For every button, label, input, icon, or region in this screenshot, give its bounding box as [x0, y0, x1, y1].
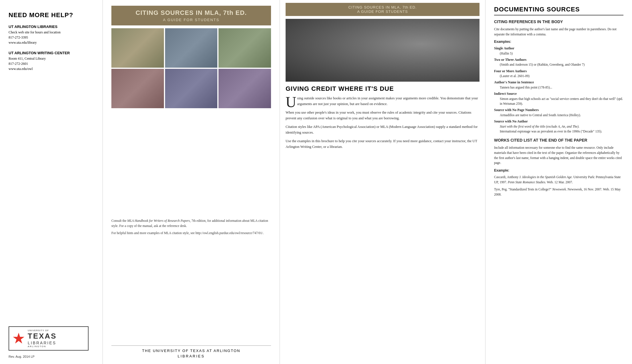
works-cited-desc: Include all information necessary for so…	[494, 145, 623, 166]
middle-text: Consult the MLA Handbook for Writers of …	[111, 218, 271, 238]
writing-url: www.uta.edu/owl	[9, 66, 94, 71]
photo-3	[218, 28, 271, 68]
university-logo: ★ UNIVERSITY OF TEXAS LIBRARIES ARLINGTO…	[9, 326, 89, 351]
logo-area: ★ UNIVERSITY OF TEXAS LIBRARIES ARLINGTO…	[9, 326, 94, 358]
citation-label-5: Indirect Source	[494, 91, 623, 96]
need-more-help-section: NEED MORE HELP? UT ARLINGTON LIBRARIES C…	[9, 11, 94, 77]
middle-panel: CITING SOURCES IN MLA, 7th ED. A GUIDE F…	[103, 0, 280, 364]
citation-name-in-sentence: Author's Name in Sentence Tannen has arg…	[494, 80, 623, 90]
citation-indirect-source: Indirect Source Simon argues that high s…	[494, 91, 623, 106]
cover-top: CITING SOURCES IN MLA, 7th ED. A GUIDE F…	[111, 6, 271, 111]
logo-text: UNIVERSITY OF TEXAS LIBRARIES ARLINGTON	[28, 329, 57, 348]
photo-4	[111, 69, 164, 108]
citation-example-1: (Hallin 5)	[494, 51, 623, 56]
footer-univ-name: THE UNIVERSITY OF TEXAS AT ARLINGTON	[111, 349, 271, 353]
writing-info: Room 411, Central Library	[9, 56, 94, 61]
center-para2: When you use other people's ideas in you…	[286, 110, 479, 121]
left-panel: NEED MORE HELP? UT ARLINGTON LIBRARIES C…	[0, 0, 103, 364]
cover-title: CITING SOURCES IN MLA, 7th ED.	[114, 9, 268, 17]
center-para4: Use the examples in this brochure to hel…	[286, 138, 479, 150]
citation-example-2: (Smith and Anderson 15) or (Rabkin, Gree…	[494, 62, 623, 67]
revision-line: Rev. Aug. 2014 LP	[9, 355, 35, 358]
cover-subtitle: A GUIDE FOR STUDENTS	[114, 18, 268, 22]
footer-libraries: LIBRARIES	[111, 354, 271, 358]
photo-6	[218, 69, 271, 108]
need-more-help-title: NEED MORE HELP?	[9, 11, 94, 19]
middle-para1: Consult the MLA Handbook for Writers of …	[111, 218, 271, 229]
works-cited-heading: WORKS CITED LIST AT THE END OF THE PAPER	[494, 137, 623, 144]
lib-name: UT ARLINGTON LIBRARIES	[9, 25, 94, 29]
lib-phone: 817-272-3395	[9, 35, 94, 40]
logo-arlington: ARLINGTON	[28, 345, 57, 348]
citation-label-4: Author's Name in Sentence	[494, 80, 623, 85]
logo-texas: TEXAS	[28, 332, 57, 341]
lib-info: Check web site for hours and location	[9, 30, 94, 35]
citation-example-7-italic: Start with the first word of the title (…	[494, 124, 623, 129]
example2-label: Example:	[494, 168, 623, 173]
citation-two-three-authors: Two or Three Authors (Smith and Anderson…	[494, 57, 623, 67]
writing-center-section: UT ARLINGTON WRITING CENTER Room 411, Ce…	[9, 51, 94, 71]
right-body: CITING REFERENCES IN THE BODY Cite docum…	[494, 19, 623, 197]
center-body-text: Using outside sources like books or arti…	[286, 95, 479, 152]
citation-no-author: Source with No Author Start with the fir…	[494, 119, 623, 134]
star-icon: ★	[12, 331, 25, 346]
cover-banner: CITING SOURCES IN MLA, 7th ED. A GUIDE F…	[111, 6, 271, 25]
citation-label-7: Source with No Author	[494, 119, 623, 124]
citation-example-4: Tannen has argued this point (178-85)...	[494, 85, 623, 90]
writing-phone: 817-272-2601	[9, 61, 94, 66]
center-para3: Citation styles like APA (American Psych…	[286, 124, 479, 135]
citation-no-page-numbers: Source with No Page Numbers Armadillos a…	[494, 107, 623, 118]
citation-single-author: Single Author (Hallin 5)	[494, 46, 623, 56]
middle-para2: For helpful hints and more examples of M…	[111, 231, 271, 236]
example-entry-1: Cascardi, Anthony J. Ideologies in the S…	[494, 174, 623, 185]
giving-credit-title: GIVING CREDIT WHERE IT'S DUE	[286, 85, 479, 92]
logo-university-of: UNIVERSITY OF	[28, 329, 57, 332]
citing-heading: CITING REFERENCES IN THE BODY	[494, 19, 623, 25]
citing-desc: Cite documents by putting the author's l…	[494, 27, 623, 37]
center-panel: CITING SOURCES IN MLA, 7th ED. A GUIDE F…	[280, 0, 485, 364]
citation-label-6: Source with No Page Numbers	[494, 107, 623, 113]
right-panel: DOCUMENTING SOURCES CITING REFERENCES IN…	[485, 0, 632, 364]
citation-example-6: Armadillos are native to Central and Sou…	[494, 113, 623, 118]
citation-label-3: Four or More Authors	[494, 69, 623, 74]
photo-overlay	[286, 19, 479, 82]
citation-example-3: (Lauter et al. 2601-09)	[494, 74, 623, 79]
center-top-banner: CITING SOURCES IN MLA, 7th ED. A GUIDE F…	[286, 3, 479, 16]
examples-label: Examples:	[494, 39, 623, 45]
drop-cap-u: U	[286, 96, 296, 108]
lib-url: www.uta.edu/library	[9, 40, 94, 45]
citation-example-5: Simon argues that high schools act as "s…	[494, 96, 623, 106]
middle-footer: THE UNIVERSITY OF TEXAS AT ARLINGTON LIB…	[111, 345, 271, 358]
center-photo-large	[286, 19, 479, 82]
center-banner-title: CITING SOURCES IN MLA, 7th ED.	[288, 5, 477, 9]
center-para1: Using outside sources like books or arti…	[286, 95, 479, 107]
documenting-sources-title: DOCUMENTING SOURCES	[494, 6, 623, 15]
citation-example-7b: International espionage was as prevalent…	[494, 129, 623, 134]
writing-name: UT ARLINGTON WRITING CENTER	[9, 51, 94, 55]
citation-four-more-authors: Four or More Authors (Lauter et al. 2601…	[494, 69, 623, 79]
photo-5	[165, 69, 218, 108]
photo-2	[165, 28, 218, 68]
photo-1	[111, 28, 164, 68]
photo-grid	[111, 28, 271, 108]
center-banner-subtitle: A GUIDE FOR STUDENTS	[288, 9, 477, 14]
library-section: UT ARLINGTON LIBRARIES Check web site fo…	[9, 25, 94, 45]
logo-libraries: LIBRARIES	[28, 341, 57, 345]
works-cited-example: Cascardi, Anthony J. Ideologies in the S…	[494, 174, 623, 197]
citation-label-2: Two or Three Authors	[494, 57, 623, 63]
citation-label-1: Single Author	[494, 46, 623, 51]
example-entry-2: Tyre, Peg. "Standardized Tests in Colleg…	[494, 187, 623, 197]
